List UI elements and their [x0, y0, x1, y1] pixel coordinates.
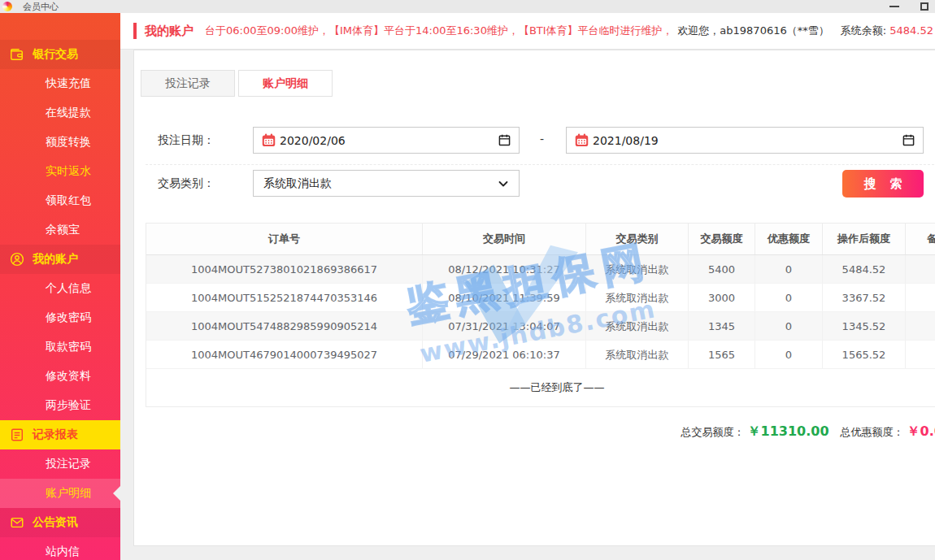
- tab-betting-records[interactable]: 投注记录: [141, 70, 235, 97]
- sidebar-item-two-step-verification[interactable]: 两步验证: [0, 391, 120, 420]
- table-header-row: 订单号交易时间交易类别交易额度优惠额度操作后额度备注: [146, 224, 935, 255]
- user-icon: [10, 252, 24, 267]
- table-cell: 07/31/2021 13:04:07: [423, 312, 586, 341]
- sidebar-item-site-mail[interactable]: 站内信: [0, 537, 120, 560]
- sidebar-item-account-details[interactable]: 账户明细: [0, 479, 120, 508]
- sidebar-item-label: 投注记录: [46, 457, 91, 471]
- system-balance: 系统余额: 5484.52: [841, 24, 933, 38]
- sidebar-item-my-account[interactable]: 我的账户: [0, 245, 120, 274]
- table-cell: 5400: [689, 255, 755, 284]
- table-row: 1004MOUT515252187447035314608/10/2021 11…: [146, 284, 935, 312]
- sidebar-item-label: 账户明细: [46, 486, 91, 501]
- transaction-type-label: 交易类别：: [158, 176, 215, 191]
- sidebar-item-label: 两步验证: [46, 398, 91, 413]
- table-cell: 系统取消出款: [586, 312, 689, 341]
- date-picker-icon[interactable]: [902, 134, 915, 146]
- sidebar-item-label: 取款密码: [46, 340, 91, 354]
- column-header: 优惠额度: [755, 224, 823, 254]
- sidebar-item-label: 实时返水: [46, 164, 91, 179]
- page-title: 我的账户: [145, 24, 194, 39]
- table-cell: [906, 255, 935, 284]
- sidebar-item-label: 余额宝: [46, 223, 80, 237]
- sidebar-item-label: 修改资料: [46, 369, 91, 384]
- date-to-value: 2021/08/19: [593, 134, 902, 147]
- table-cell: 1565: [689, 341, 755, 369]
- sidebar-item-edit-profile[interactable]: 修改资料: [0, 362, 120, 391]
- sidebar-item-label: 银行交易: [33, 47, 78, 62]
- date-range-label: 投注日期：: [158, 133, 215, 148]
- sidebar-item-label: 站内信: [46, 545, 80, 559]
- tab-bar: 投注记录账户明细: [141, 70, 336, 97]
- sidebar-item-realtime-rebate[interactable]: 实时返水: [0, 157, 120, 186]
- balance-label: 系统余额:: [841, 24, 890, 37]
- table-cell: 0: [755, 312, 823, 341]
- sidebar-item-announcements[interactable]: 公告资讯: [0, 508, 120, 537]
- calendar-red-icon: [575, 133, 589, 147]
- tab-account-details[interactable]: 账户明细: [238, 70, 333, 97]
- sidebar-item-quick-deposit[interactable]: 快速充值: [0, 69, 120, 98]
- total-discount-value: ￥0.00: [907, 423, 935, 441]
- sidebar: 银行交易快速充值在线提款额度转换实时返水领取红包余额宝我的账户个人信息修改密码取…: [0, 13, 120, 560]
- table-cell: 1345: [689, 312, 755, 341]
- sidebar-item-personal-info[interactable]: 个人信息: [0, 274, 120, 303]
- transaction-type-value: 系统取消出款: [263, 176, 498, 191]
- table-row: 1004MOUT467901400073949502707/29/2021 06…: [146, 341, 935, 369]
- table-row: 1004MOUT547488298599090521407/31/2021 13…: [146, 312, 935, 341]
- filter-separator: [146, 164, 935, 165]
- table-cell: 1345.52: [823, 312, 906, 341]
- sidebar-item-red-packet[interactable]: 领取红包: [0, 186, 120, 215]
- report-icon: [10, 428, 24, 442]
- search-button[interactable]: 搜 索: [842, 170, 924, 198]
- app-icon: [2, 2, 12, 11]
- table-cell: [906, 284, 935, 312]
- sidebar-item-betting-records[interactable]: 投注记录: [0, 449, 120, 479]
- table-cell: 1565.52: [823, 341, 906, 369]
- date-range-separator: -: [540, 132, 544, 145]
- sidebar-item-label: 公告资讯: [33, 515, 78, 530]
- date-to-input[interactable]: 2021/08/19: [566, 127, 924, 154]
- table-cell: [906, 312, 935, 341]
- date-from-value: 2020/02/06: [280, 134, 498, 147]
- table-cell: [906, 341, 935, 369]
- date-from-input[interactable]: 2020/02/06: [253, 127, 520, 154]
- column-header: 交易时间: [423, 224, 586, 254]
- table-cell: 07/29/2021 06:10:37: [423, 341, 586, 369]
- window-title: 会员中心: [23, 1, 59, 13]
- column-header: 交易类别: [586, 224, 689, 254]
- table-body: 1004MOUT527380102186938661708/12/2021 10…: [146, 255, 935, 369]
- maintenance-notice: 台于06:00至09:00维护，【IM体育】平台于14:00至16:30维护，【…: [205, 24, 671, 38]
- total-discount-label: 总优惠额度：: [841, 425, 904, 440]
- total-trade-label: 总交易额度：: [681, 425, 745, 440]
- column-header: 交易额度: [689, 224, 755, 254]
- total-trade-value: ￥11310.00: [748, 423, 829, 441]
- sidebar-item-yuebao[interactable]: 余额宝: [0, 215, 120, 245]
- mail-icon: [10, 515, 24, 530]
- maximize-button[interactable]: [920, 2, 928, 11]
- sidebar-item-records-report[interactable]: 记录报表: [0, 420, 120, 449]
- column-header: 订单号: [146, 224, 423, 254]
- sidebar-item-label: 修改密码: [46, 310, 91, 325]
- table-cell: 1004MOUT4679014000739495027: [146, 341, 423, 369]
- sidebar-item-withdrawal-password[interactable]: 取款密码: [0, 332, 120, 362]
- table-cell: 系统取消出款: [586, 341, 689, 369]
- sidebar-item-bank-transactions[interactable]: 银行交易: [0, 40, 120, 69]
- table-cell: 08/10/2021 11:39:59: [423, 284, 586, 312]
- sidebar-item-credit-transfer[interactable]: 额度转换: [0, 128, 120, 157]
- table-cell: 1004MOUT5474882985990905214: [146, 312, 423, 341]
- table-cell: 0: [755, 341, 823, 369]
- date-picker-icon[interactable]: [498, 134, 511, 146]
- sidebar-item-label: 在线提款: [46, 106, 91, 120]
- table-cell: 5484.52: [823, 255, 906, 284]
- title-accent-bar: [133, 23, 137, 39]
- window-controls: [889, 2, 928, 11]
- sidebar-item-label: 领取红包: [46, 193, 91, 208]
- page-header: 我的账户 台于06:00至09:00维护，【IM体育】平台于14:00至16:3…: [120, 13, 935, 50]
- sidebar-item-online-withdrawal[interactable]: 在线提款: [0, 98, 120, 128]
- table-cell: 系统取消出款: [586, 255, 689, 284]
- sidebar-item-change-password[interactable]: 修改密码: [0, 303, 120, 332]
- transaction-type-select[interactable]: 系统取消出款: [253, 170, 520, 197]
- sidebar-item-label: 快速充值: [46, 76, 91, 91]
- sidebar-item-label: 我的账户: [33, 252, 78, 267]
- chevron-down-icon: [498, 178, 509, 189]
- minimize-button[interactable]: [889, 6, 899, 7]
